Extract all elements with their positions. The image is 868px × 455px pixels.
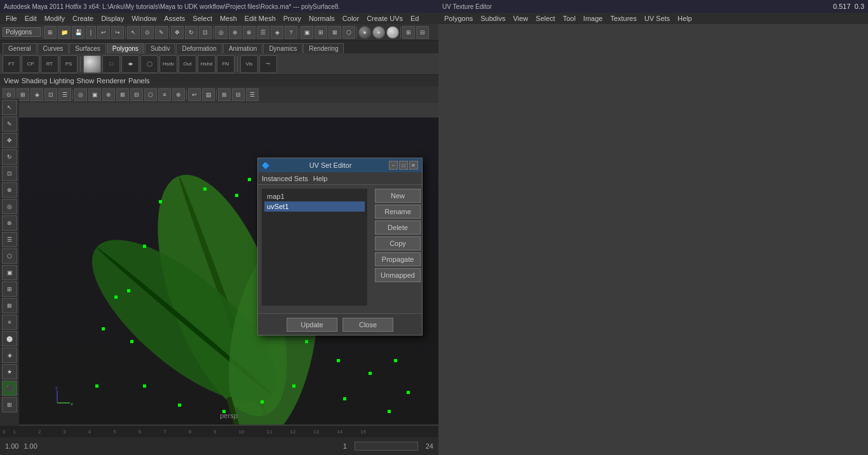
delete-button[interactable]: Delete [375,221,421,234]
menu-edit-mesh[interactable]: Edit Mesh [241,14,279,23]
shelf-icon-cp[interactable]: CP [22,55,39,73]
uv-menu-select[interactable]: Select [532,14,559,23]
menu-select[interactable]: Select [189,14,215,23]
menu-modify[interactable]: Modify [41,14,68,23]
vp-tool-15[interactable]: ▤ [202,88,215,101]
vp-tool-17[interactable]: ⊟ [232,88,245,101]
tool-extra1[interactable]: ⊕ [2,182,17,198]
shelf-tab-animation[interactable]: Animation [223,43,262,53]
shelf-icon-vis[interactable]: Vis [240,55,258,73]
menu-assets[interactable]: Assets [161,14,188,23]
shelf-icon-hsdv[interactable]: Hsdv [159,55,177,73]
uv-menu-uvsets[interactable]: UV Sets [641,14,673,23]
vp-menu-shading[interactable]: Shading [22,77,47,85]
tool-extra6[interactable]: ▣ [2,265,17,280]
tool-btn-5[interactable]: ↩ [97,26,110,39]
tool-18[interactable]: ⊟ [416,26,429,39]
vp-menu-renderer[interactable]: Renderer [97,77,126,85]
tool-btn-1[interactable]: ⊞ [44,26,57,39]
vp-tool-18[interactable]: ☰ [246,88,259,101]
vp-tool-9[interactable]: ⊠ [116,88,129,101]
menu-ed[interactable]: Ed [407,14,422,23]
uv-menu-polygons[interactable]: Polygons [441,14,476,23]
uv-menu-help[interactable]: Help [674,14,695,23]
vp-tool-10[interactable]: ⊟ [130,88,143,101]
list-item-map1[interactable]: map1 [264,191,365,201]
vp-menu-panels[interactable]: Panels [128,77,150,85]
menu-color[interactable]: Color [339,14,362,23]
shelf-icon-sphere[interactable]: ○ [83,55,101,73]
tool-extra11[interactable]: ◈ [2,348,17,363]
tool-arrow[interactable]: ↖ [2,100,17,115]
vp-tool-14[interactable]: ↩ [188,88,201,101]
tool-7[interactable]: ◎ [215,26,227,39]
uv-set-list[interactable]: map1 uvSet1 [262,189,367,306]
tool-13[interactable]: ▣ [301,26,313,39]
shelf-icon-ring[interactable]: ◯ [140,55,158,73]
shelf-tab-general[interactable]: General [3,43,37,53]
vp-menu-lighting[interactable]: Lighting [50,77,74,85]
menu-create-uvs[interactable]: Create UVs [363,14,406,23]
tool-extra5[interactable]: ⬡ [2,248,17,264]
shelf-icon-rt[interactable]: RT [41,55,58,73]
tool-11[interactable]: ◈ [271,26,283,39]
update-button[interactable]: Update [287,318,337,332]
new-button[interactable]: New [375,189,421,203]
tool-extra3[interactable]: ⊗ [2,215,17,231]
vp-tool-6[interactable]: ◎ [74,88,87,101]
tool-extra14[interactable]: ⊞ [2,397,17,412]
tool-9[interactable]: ⊗ [243,26,255,39]
menu-display[interactable]: Display [98,14,127,23]
shelf-icon-ps[interactable]: PS [60,55,78,73]
menu-edit[interactable]: Edit [22,14,40,23]
close-button[interactable]: Close [342,318,393,332]
tool-extra2[interactable]: ◎ [2,199,17,214]
uv-menu-image[interactable]: Image [580,14,606,23]
vp-menu-show[interactable]: Show [77,77,95,85]
vp-tool-7[interactable]: ▣ [88,88,101,101]
tool-scale[interactable]: ⊡ [199,26,212,39]
vp-tool-8[interactable]: ⊕ [102,88,115,101]
tool-sphere2[interactable]: ● [372,26,385,39]
uv-menu-textures[interactable]: Textures [607,14,640,23]
menu-mesh[interactable]: Mesh [217,14,240,23]
tool-rotate[interactable]: ↻ [185,26,198,39]
rename-button[interactable]: Rename [375,205,421,219]
shelf-tab-polygons[interactable]: Polygons [107,43,144,53]
tool-14[interactable]: ⊞ [315,26,327,39]
copy-button[interactable]: Copy [375,236,421,250]
menu-file[interactable]: File [3,14,20,23]
tool-select[interactable]: ↖ [127,26,140,39]
tool-lasso[interactable]: ⊙ [141,26,154,39]
tool-extra8[interactable]: ⊠ [2,298,17,313]
dialog-close-btn[interactable]: ✕ [409,161,418,170]
tool-scale2[interactable]: ⊡ [2,166,17,181]
dialog-maximize-btn[interactable]: □ [399,161,408,170]
tool-extra10[interactable]: ⬤ [2,331,17,346]
menu-normals[interactable]: Normals [306,14,338,23]
shelf-tab-rendering[interactable]: Rendering [303,43,344,53]
dialog-minimize-btn[interactable]: − [389,161,398,170]
tool-extra4[interactable]: ☰ [2,232,17,247]
tool-extra7[interactable]: ⊞ [2,282,17,297]
tool-move[interactable]: ✥ [171,26,184,39]
unmapped-button[interactable]: Unmapped [375,268,421,282]
list-item-uvset1[interactable]: uvSet1 [264,201,365,212]
tool-15[interactable]: ⊠ [329,26,341,39]
shelf-icon-hshd[interactable]: Hshd [198,55,215,73]
shelf-icon-cube[interactable]: □ [102,55,120,73]
shelf-icon-fn[interactable]: FN [217,55,234,73]
tool-sphere1[interactable]: ● [358,26,371,39]
shelf-tab-dynamics[interactable]: Dynamics [263,43,302,53]
menu-proxy[interactable]: Proxy [280,14,304,23]
tool-16[interactable]: ⬡ [342,26,355,39]
tool-10[interactable]: ☰ [257,26,269,39]
tool-paint[interactable]: ✎ [155,26,168,39]
menu-window[interactable]: Window [128,14,159,23]
tool-extra9[interactable]: ≡ [2,315,17,330]
polygon-mode-dropdown[interactable]: Polygons [3,27,41,37]
shelf-tab-surfaces[interactable]: Surfaces [69,43,105,53]
shelf-icon-ft[interactable]: FT [3,55,20,73]
vp-menu-view[interactable]: View [4,77,19,85]
tool-12[interactable]: ? [285,26,297,39]
